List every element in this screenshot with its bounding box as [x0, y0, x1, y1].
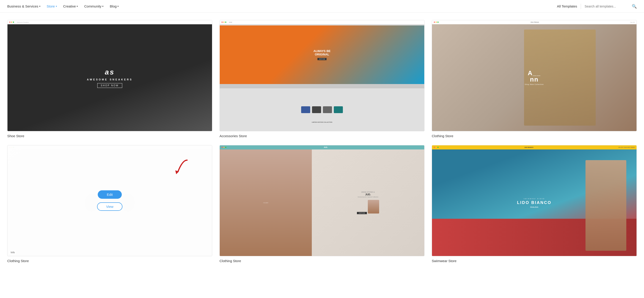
template-card-accessories-store[interactable]: RAW ALWAYS BEORIGINAL SHOP NOW: [220, 20, 424, 138]
nav-label-business: Business & Services: [7, 4, 38, 8]
chevron-down-icon: ▾: [118, 5, 118, 8]
template-card-swimwear-store[interactable]: LIDO BIANCO 10% OFF YOUR FIRST ORDER swi…: [432, 145, 637, 263]
nav-divider: [581, 4, 581, 9]
template-overlay-clothing-2: Edit View: [8, 145, 212, 256]
template-preview-shoe-store[interactable]: Awesome Sneakers as AWESOME SNEAKERS SHO…: [7, 20, 212, 131]
nav-right: All Templates 🔍: [557, 4, 637, 9]
template-grid: Awesome Sneakers as AWESOME SNEAKERS SHO…: [0, 13, 644, 270]
nav-item-creative[interactable]: Creative ▾: [63, 4, 78, 8]
view-button-jud[interactable]: View: [309, 202, 335, 211]
view-button-clothing-2[interactable]: View: [97, 202, 122, 211]
nav-left: Business & Services ▾ Store ▾ Creative ▾…: [7, 4, 557, 8]
search-icon[interactable]: 🔍: [632, 4, 637, 9]
edit-button-accessories[interactable]: Edit: [310, 65, 334, 74]
view-button-accessories[interactable]: View: [309, 77, 335, 86]
nav-label-store: Store: [47, 4, 55, 8]
template-name-jud: Clothing Store: [220, 259, 424, 263]
nav-item-store[interactable]: Store ▾: [47, 4, 57, 8]
template-preview-accessories-store[interactable]: RAW ALWAYS BEORIGINAL SHOP NOW: [220, 20, 424, 131]
template-card-shoe-store[interactable]: Awesome Sneakers as AWESOME SNEAKERS SHO…: [7, 20, 212, 138]
chevron-down-icon: ▾: [56, 5, 57, 8]
edit-button-shoe[interactable]: Edit: [98, 65, 122, 74]
nav-label-community: Community: [84, 4, 101, 8]
chevron-down-icon: ▾: [39, 5, 40, 8]
search-input[interactable]: [584, 5, 630, 8]
template-preview-swimwear-store[interactable]: LIDO BIANCO 10% OFF YOUR FIRST ORDER swi…: [432, 145, 637, 256]
chevron-down-icon: ▾: [102, 5, 104, 8]
edit-button-jud[interactable]: Edit: [310, 190, 334, 199]
search-bar: 🔍: [584, 4, 637, 9]
all-templates-link[interactable]: All Templates: [557, 4, 577, 8]
template-preview-clothing-store-1[interactable]: Ann Simon Cart (0) A__nn Shop New Collec…: [432, 20, 637, 131]
nav-label-blog: Blog: [110, 4, 116, 8]
nav-label-creative: Creative: [63, 4, 76, 8]
template-card-clothing-store-2[interactable]: Edit View Info Clothing Store: [7, 145, 212, 263]
view-button-shoe[interactable]: View: [97, 77, 122, 86]
template-name-clothing-store-2: Clothing Store: [7, 259, 212, 263]
nav-item-community[interactable]: Community ▾: [84, 4, 104, 8]
template-name-clothing-store-1: Clothing Store: [432, 134, 637, 138]
nav-item-blog[interactable]: Blog ▾: [110, 4, 118, 8]
template-card-clothing-store-1[interactable]: Ann Simon Cart (0) A__nn Shop New Collec…: [432, 20, 637, 138]
template-name-shoe-store: Shoe Store: [7, 134, 212, 138]
template-name-swimwear-store: Swimwear Store: [432, 259, 637, 263]
edit-button-clothing-2[interactable]: Edit: [98, 190, 122, 199]
edit-button-swimwear[interactable]: Edit: [522, 190, 546, 199]
template-preview-jud[interactable]: JUD. model ANNA STONE & JUD. Introducing…: [220, 145, 424, 256]
info-badge: Info: [9, 250, 16, 254]
template-name-accessories-store: Accessories Store: [220, 134, 424, 138]
navigation: Business & Services ▾ Store ▾ Creative ▾…: [0, 0, 644, 13]
template-card-jud[interactable]: JUD. model ANNA STONE & JUD. Introducing…: [220, 145, 424, 263]
template-preview-clothing-store-2[interactable]: Edit View Info: [7, 145, 212, 256]
chevron-down-icon: ▾: [77, 5, 78, 8]
nav-item-business[interactable]: Business & Services ▾: [7, 4, 40, 8]
